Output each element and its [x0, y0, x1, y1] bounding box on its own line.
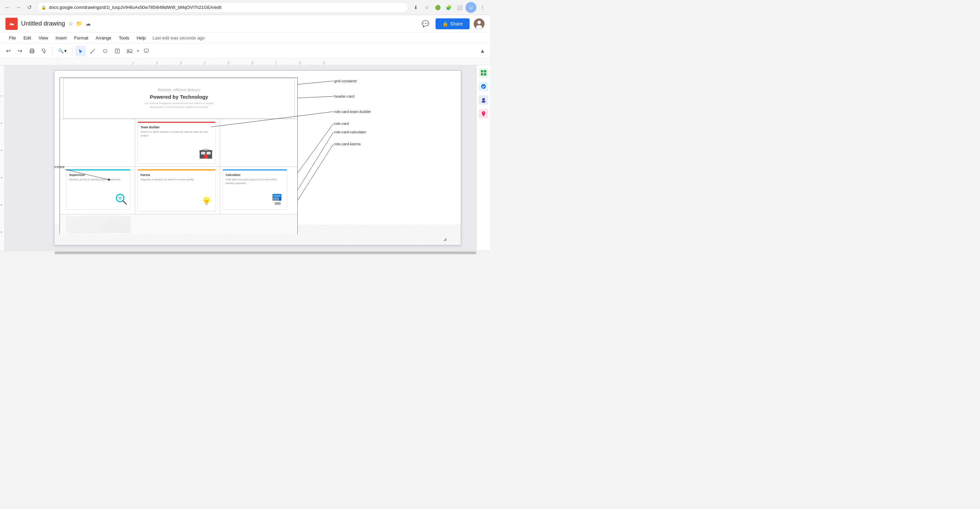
- right-panel-icon-user[interactable]: [479, 95, 488, 105]
- svg-rect-64: [277, 199, 279, 200]
- title-bar: Untitled drawing ☆ 📁 ☁ 💬 🔒 Share: [0, 15, 490, 33]
- svg-rect-14: [144, 49, 148, 52]
- svg-line-86: [298, 132, 334, 190]
- main-area: 1 2 3 4 5 6 7 Reliable, eff: [0, 65, 490, 250]
- doc-title[interactable]: Untitled drawing: [21, 20, 65, 27]
- redo-button[interactable]: ↪: [14, 46, 25, 56]
- svg-rect-91: [484, 70, 486, 73]
- title-icons: ☆ 📁 ☁: [68, 21, 91, 27]
- grid-line-h2: [60, 166, 298, 167]
- header-subtitle: Reliable, efficient delivery: [158, 88, 200, 92]
- menu-help[interactable]: Help: [134, 34, 150, 42]
- shape-tool[interactable]: [100, 46, 111, 56]
- star-icon[interactable]: ☆: [68, 21, 73, 27]
- svg-text:6: 6: [252, 61, 253, 64]
- toolbar-collapse-button[interactable]: ▲: [478, 46, 487, 56]
- drawing-canvas[interactable]: Reliable, efficient delivery Powered by …: [54, 70, 461, 245]
- svg-text:7: 7: [275, 61, 277, 64]
- right-panel-icon-map[interactable]: [479, 109, 488, 118]
- cloud-icon[interactable]: ☁: [86, 21, 91, 27]
- more-menu-icon[interactable]: ⋮: [478, 3, 487, 12]
- toolbar-divider-2: [72, 47, 73, 55]
- grid-line-h1: [60, 119, 298, 119]
- svg-rect-67: [205, 203, 208, 204]
- paint-format-button[interactable]: [39, 46, 50, 56]
- folder-icon[interactable]: 📁: [76, 21, 83, 27]
- role-card-calculator[interactable]: Calculator Pulls data from past projects…: [223, 169, 287, 210]
- resize-handle[interactable]: [443, 237, 447, 241]
- svg-point-56: [119, 197, 121, 199]
- menu-tools[interactable]: Tools: [115, 34, 132, 42]
- comment-insert-tool[interactable]: [141, 46, 152, 56]
- svg-point-95: [482, 98, 485, 101]
- role-card-karma[interactable]: Karma Regularly evaluates our talent to …: [137, 169, 216, 212]
- role-card-supervisor[interactable]: Supervisor Monitors activity to identify…: [66, 169, 130, 210]
- supervisor-desc: Monitors activity to identify project ro…: [69, 178, 127, 182]
- svg-text:role-card-karma: role-card-karma: [334, 142, 361, 146]
- toolbar-divider-1: [52, 47, 53, 55]
- title-right: 💬 🔒 Share: [419, 18, 485, 30]
- right-panel-icon-grid[interactable]: [479, 68, 488, 78]
- svg-text:2: 2: [0, 122, 3, 124]
- svg-rect-92: [481, 73, 483, 76]
- bottom-row: [60, 215, 298, 234]
- url-text: docs.google.com/drawings/d/1l_tuspJViH6o…: [49, 5, 221, 10]
- svg-rect-61: [277, 198, 279, 199]
- menu-file[interactable]: File: [5, 34, 19, 42]
- menu-insert[interactable]: Insert: [52, 34, 70, 42]
- header-desc: Our Artificial Intelligence powered tool…: [142, 102, 216, 109]
- calculator-desc: Pulls data from past projects to provide…: [226, 178, 284, 185]
- header-card[interactable]: Reliable, efficient delivery Powered by …: [63, 78, 295, 119]
- image-tool[interactable]: [124, 46, 135, 56]
- select-tool[interactable]: [75, 46, 86, 56]
- forward-button[interactable]: →: [14, 3, 23, 12]
- title-left: Untitled drawing ☆ 📁 ☁: [5, 18, 91, 30]
- ruler: 1 2 3 4 5 6 7 8 9: [0, 59, 490, 65]
- menu-view[interactable]: View: [35, 34, 51, 42]
- line-tool[interactable]: [88, 46, 98, 56]
- download-icon[interactable]: ⬇: [411, 3, 421, 12]
- svg-point-2: [477, 21, 481, 24]
- svg-rect-63: [275, 199, 277, 200]
- undo-button[interactable]: ↩: [3, 46, 14, 56]
- right-panel-icon-check[interactable]: [479, 82, 488, 91]
- menu-arrange[interactable]: Arrange: [92, 34, 115, 42]
- zoom-label: 🔍: [58, 48, 64, 53]
- bookmark-icon[interactable]: ☆: [422, 3, 431, 12]
- back-button[interactable]: ←: [3, 3, 12, 12]
- avatar[interactable]: U: [466, 2, 476, 13]
- menu-edit[interactable]: Edit: [20, 34, 34, 42]
- svg-point-69: [205, 199, 208, 201]
- svg-rect-58: [273, 195, 281, 197]
- karma-icon: [200, 196, 213, 209]
- svg-text:9: 9: [323, 61, 325, 64]
- text-tool[interactable]: [112, 46, 123, 56]
- menu-bar: File Edit View Insert Format Arrange Too…: [0, 33, 490, 43]
- bottom-scrollbar[interactable]: [0, 250, 490, 254]
- svg-line-88: [298, 144, 334, 200]
- window-icon[interactable]: ⬜: [455, 3, 464, 12]
- address-bar[interactable]: 🔒 docs.google.com/drawings/d/1l_tuspJViH…: [37, 2, 408, 13]
- user-avatar[interactable]: [474, 18, 485, 29]
- svg-rect-62: [273, 199, 275, 200]
- extension-icon[interactable]: 🧩: [444, 3, 453, 12]
- share-button[interactable]: 🔒 Share: [436, 18, 469, 29]
- header-title: Powered by Technology: [150, 94, 208, 100]
- print-button[interactable]: [27, 46, 37, 56]
- karma-title: Karma: [140, 173, 213, 177]
- zoom-dropdown[interactable]: 🔍 ▾: [56, 47, 69, 55]
- svg-point-10: [103, 49, 107, 53]
- nav-buttons: ← → ↺: [3, 3, 34, 12]
- menu-format[interactable]: Format: [71, 34, 92, 42]
- svg-text:3: 3: [180, 61, 182, 64]
- grid-container[interactable]: Reliable, efficient delivery Powered by …: [60, 78, 298, 234]
- canvas-area[interactable]: Reliable, efficient delivery Powered by …: [5, 65, 476, 250]
- svg-rect-65: [275, 202, 281, 205]
- reload-button[interactable]: ↺: [24, 3, 34, 12]
- svg-point-7: [33, 51, 34, 51]
- profile-circle-icon[interactable]: 🟢: [433, 3, 442, 12]
- role-card-team-builder[interactable]: Team Builder Scans our talent network to…: [137, 121, 216, 164]
- comment-button[interactable]: 💬: [419, 18, 431, 30]
- scroll-thumb[interactable]: [54, 251, 476, 254]
- svg-line-77: [298, 96, 334, 98]
